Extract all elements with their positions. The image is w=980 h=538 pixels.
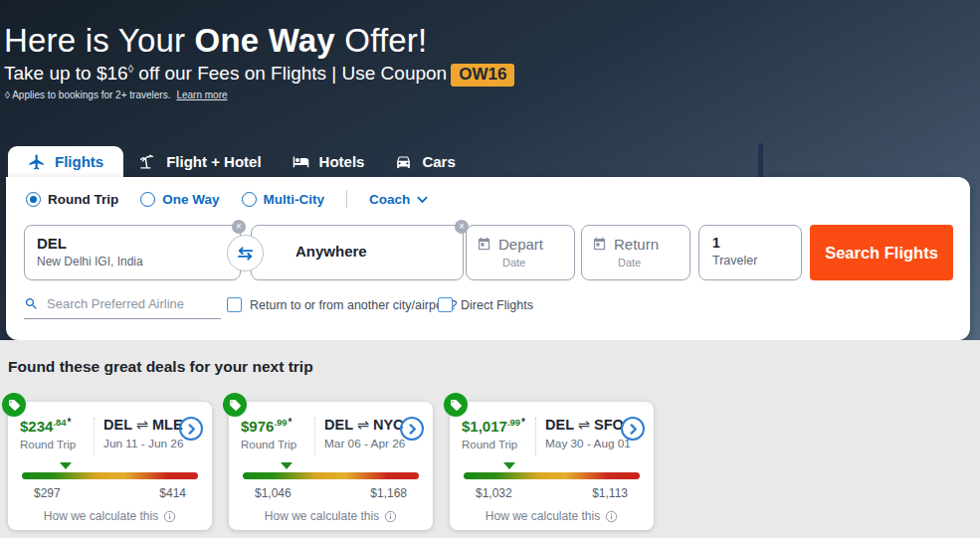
depart-date-field[interactable]: Depart Date [466, 225, 575, 280]
price-range-values: $1,032 $1,113 [450, 479, 654, 500]
checkbox-return-other-city[interactable]: Return to or from another city/airport? [227, 297, 457, 312]
checkbox-direct-flights[interactable]: Direct Flights [438, 297, 533, 312]
deal-tag-icon [223, 393, 247, 417]
deal-cards: $234.84* Round Trip DEL ⇌ MLE Jun 11 - J… [8, 402, 654, 530]
price-range-bar [464, 472, 640, 479]
price-marker-icon [60, 462, 72, 475]
checkbox-icon [227, 297, 242, 312]
search-icon [24, 296, 39, 311]
range-max: $1,168 [370, 486, 407, 500]
travelers-field[interactable]: 1 Traveler [698, 225, 802, 280]
tab-flights[interactable]: Flights [8, 146, 123, 177]
open-deal-chevron-icon[interactable] [179, 417, 203, 441]
deal-card-del-nyc[interactable]: $976.99* Round Trip DEL ⇌ NYC Mar 06 - A… [229, 402, 433, 530]
depart-label: Depart [498, 236, 543, 253]
search-flights-button[interactable]: Search Flights [810, 225, 953, 280]
preferred-airline-search[interactable] [24, 296, 221, 319]
cabin-class-dropdown[interactable]: Coach [369, 192, 429, 207]
range-min: $1,032 [476, 486, 512, 500]
plane-icon [28, 153, 46, 171]
search-options-row: Return to or from another city/airport? … [24, 296, 950, 320]
deal-route: DEL ⇌ NYC [324, 417, 405, 433]
open-deal-chevron-icon[interactable] [621, 417, 645, 441]
divider [314, 418, 315, 455]
deal-tag-icon [2, 393, 26, 417]
radio-one-way[interactable]: One Way [140, 192, 219, 207]
deal-route: DEL ⇌ MLE [103, 417, 183, 433]
tab-label: Flight + Hotel [166, 153, 261, 170]
open-deal-chevron-icon[interactable] [400, 417, 424, 441]
price-range-bar [243, 472, 419, 479]
radio-circle-icon [26, 192, 41, 207]
checkbox-icon [438, 297, 453, 312]
price-range-values: $1,046 $1,168 [229, 479, 433, 500]
tab-label: Cars [422, 153, 455, 170]
page-title: Here is Your One Way Offer! [4, 22, 427, 60]
calendar-icon [477, 237, 491, 252]
clear-origin-icon[interactable]: × [232, 220, 246, 234]
car-icon [394, 153, 413, 170]
beach-plane-icon [138, 153, 157, 170]
deal-trip-type: Round Trip [241, 439, 314, 450]
flight-search-panel: Round Trip One Way Multi-City Coach DEL … [6, 177, 970, 340]
info-icon [384, 510, 397, 523]
traveler-count: 1 [712, 235, 788, 251]
range-min: $1,046 [255, 486, 292, 500]
deal-dates: Jun 11 - Jun 26 [103, 437, 183, 450]
origin-field[interactable]: DEL New Delhi IGI, India × [24, 225, 241, 280]
deals-section: Found these great deals for your next tr… [0, 340, 980, 538]
deal-dates: Mar 06 - Apr 26 [324, 437, 405, 450]
price-range-values: $297 $414 [8, 479, 212, 500]
price-marker-icon [281, 462, 293, 475]
deal-card-del-mle[interactable]: $234.84* Round Trip DEL ⇌ MLE Jun 11 - J… [8, 402, 212, 530]
calendar-icon [592, 237, 607, 252]
depart-sub-label: Date [502, 257, 564, 269]
deal-price: $234.84* [20, 417, 94, 435]
range-max: $1,113 [592, 486, 628, 500]
info-icon [163, 510, 176, 523]
tab-label: Hotels [319, 153, 365, 170]
destination-field[interactable]: Anywhere × [251, 225, 464, 280]
range-min: $297 [34, 486, 61, 500]
origin-detail: New Delhi IGI, India [37, 255, 228, 269]
destination-value: Anywhere [295, 243, 451, 260]
deal-price: $976.99* [241, 417, 314, 435]
range-max: $414 [159, 486, 186, 500]
divider [535, 418, 536, 455]
tab-cars[interactable]: Cars [379, 146, 470, 177]
divider [346, 190, 347, 208]
how-we-calculate-link[interactable]: How we calculate this [8, 509, 212, 523]
radio-circle-icon [140, 192, 155, 207]
product-tabs: Flights Flight + Hotel Hotels Cars [8, 146, 471, 177]
price-range-bar [22, 472, 198, 479]
return-label: Return [614, 236, 659, 253]
traveler-label: Traveler [712, 254, 788, 268]
deals-heading: Found these great deals for your next tr… [8, 358, 313, 376]
tab-hotels[interactable]: Hotels [277, 146, 380, 177]
deal-trip-type: Round Trip [462, 439, 535, 450]
swap-origin-destination-button[interactable] [227, 235, 264, 271]
return-date-field[interactable]: Return Date [581, 225, 690, 280]
how-we-calculate-link[interactable]: How we calculate this [229, 509, 433, 523]
fine-print: ◊ Applies to bookings for 2+ travelers.L… [5, 90, 228, 100]
info-icon [605, 510, 618, 523]
how-we-calculate-link[interactable]: How we calculate this [450, 509, 654, 523]
deal-dates: May 30 - Aug 01 [545, 437, 631, 450]
tab-flight-hotel[interactable]: Flight + Hotel [123, 146, 276, 177]
offer-subtitle: Take up to $16◊ off our Fees on Flights … [4, 63, 514, 87]
bed-icon [292, 153, 310, 170]
return-sub-label: Date [618, 257, 680, 269]
background-tower-silhouette [758, 143, 763, 179]
deal-card-del-sfo[interactable]: $1,017.99* Round Trip DEL ⇌ SFO May 30 -… [450, 402, 654, 530]
learn-more-link[interactable]: Learn more [176, 90, 227, 100]
deal-tag-icon [444, 393, 468, 417]
coupon-code-badge: OW16 [451, 64, 514, 87]
tab-label: Flights [55, 153, 103, 170]
divider [94, 418, 95, 455]
radio-round-trip[interactable]: Round Trip [26, 192, 118, 207]
price-marker-icon [503, 462, 515, 475]
deal-price: $1,017.99* [462, 417, 535, 435]
chevron-down-icon [416, 192, 429, 207]
radio-multi-city[interactable]: Multi-City [242, 192, 325, 207]
airline-search-input[interactable] [47, 296, 211, 311]
